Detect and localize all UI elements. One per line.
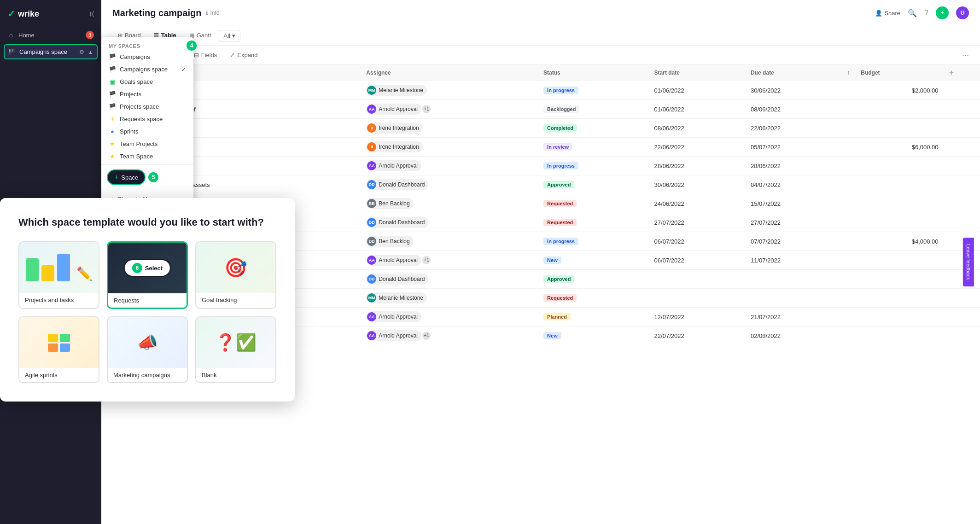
- assignee-cell[interactable]: BB Ben Backlog: [361, 194, 538, 213]
- start-date-cell: 06/07/2022: [649, 251, 745, 270]
- avatar: DD: [367, 274, 376, 284]
- help-icon[interactable]: ?: [924, 9, 928, 17]
- budget-cell: [855, 251, 944, 270]
- assignee-cell[interactable]: II Irene Integration: [361, 119, 538, 138]
- sort-cell: [841, 232, 855, 251]
- status-cell[interactable]: In progress: [538, 157, 649, 175]
- status-cell[interactable]: Approved: [538, 270, 649, 289]
- due-date-cell: 27/07/2022: [745, 213, 841, 232]
- add-space-button[interactable]: + Space: [107, 169, 146, 185]
- budget-cell: $6,000.00: [855, 138, 944, 157]
- assignee-chip: II Irene Integration: [366, 122, 422, 134]
- spaces-dropdown: My spaces 🏴 Campaigns 🏴 Campaigns space …: [101, 37, 193, 210]
- dropdown-item-goals-space[interactable]: ▣ Goals space: [101, 76, 193, 88]
- assignee-cell[interactable]: DD Donald Dashboard: [361, 270, 538, 289]
- status-cell[interactable]: Backlogged: [538, 100, 649, 119]
- sidebar-collapse-btn[interactable]: ⟨⟨: [89, 10, 94, 17]
- template-image-goal-tracking: 🎯: [196, 242, 275, 293]
- avatar: DD: [367, 180, 376, 189]
- status-cell[interactable]: New: [538, 326, 649, 345]
- assignee-cell[interactable]: MM Melanie Milestone: [361, 81, 538, 100]
- status-cell[interactable]: Requested: [538, 213, 649, 232]
- page-title: Marketing campaign: [112, 8, 201, 18]
- status-cell[interactable]: Completed: [538, 119, 649, 138]
- assignee-cell[interactable]: DD Donald Dashboard: [361, 213, 538, 232]
- campaigns-space-icon: 🏴: [8, 48, 16, 55]
- fields-button[interactable]: ⊟ Fields: [189, 49, 222, 61]
- feedback-label: Leave feedback: [966, 244, 971, 280]
- assignee-cell[interactable]: DD Donald Dashboard: [361, 175, 538, 194]
- space-badge: 5: [148, 172, 158, 182]
- col-add[interactable]: +: [944, 65, 980, 81]
- toolbar: ⧫ Filters ↕ Due date ⊟ Fields ⤢ Expand ·…: [101, 46, 980, 65]
- dropdown-item-projects-space[interactable]: 🏴 Projects space: [101, 100, 193, 113]
- dropdown-item-team-space[interactable]: ★ Team Space: [101, 150, 193, 163]
- feedback-tab[interactable]: Leave feedback: [963, 238, 974, 286]
- search-icon[interactable]: 🔍: [908, 9, 917, 17]
- divider: [101, 164, 193, 165]
- dropdown-item-campaigns[interactable]: 🏴 Campaigns: [101, 51, 193, 63]
- sidebar-item-campaigns-space-active[interactable]: 🏴 Campaigns space ⚙ ▲: [4, 44, 98, 59]
- status-cell[interactable]: Requested: [538, 194, 649, 213]
- all-views-button[interactable]: All ▾: [219, 30, 240, 41]
- assignee-cell[interactable]: AA Arnold Approval +1: [361, 326, 538, 345]
- template-card-blank[interactable]: ❓✅Blank: [195, 316, 276, 383]
- template-card-requests[interactable]: 6SelectRequests: [107, 241, 188, 309]
- dropdown-item-projects[interactable]: 🏴 Projects: [101, 88, 193, 100]
- col-start-date[interactable]: Start date: [649, 65, 745, 81]
- add-cell: [944, 270, 980, 289]
- assignee-plus: +1: [422, 256, 431, 264]
- assignee-name: Melanie Milestone: [379, 295, 423, 301]
- col-sort[interactable]: ↑: [841, 65, 855, 81]
- assignee-cell[interactable]: II Irene Integration: [361, 138, 538, 157]
- col-budget[interactable]: Budget: [855, 65, 944, 81]
- select-overlay[interactable]: 6Select: [124, 259, 171, 277]
- assignee-cell[interactable]: BB Ben Backlog: [361, 232, 538, 251]
- status-cell[interactable]: Requested: [538, 289, 649, 308]
- assignee-cell[interactable]: MM Melanie Milestone: [361, 289, 538, 308]
- start-date-cell: 28/06/2022: [649, 157, 745, 175]
- avatar: AA: [367, 331, 376, 340]
- status-cell[interactable]: In progress: [538, 232, 649, 251]
- status-cell[interactable]: In review: [538, 138, 649, 157]
- more-options-button[interactable]: ···: [962, 50, 969, 60]
- template-image-agile-sprints: [19, 317, 99, 368]
- status-cell[interactable]: Planned: [538, 308, 649, 326]
- campaigns-space-label: Campaigns space: [120, 66, 168, 73]
- sort-cell: [841, 100, 855, 119]
- col-status[interactable]: Status: [538, 65, 649, 81]
- status-cell[interactable]: Approved: [538, 175, 649, 194]
- goals-space-label: Goals space: [120, 78, 153, 85]
- chevron-up-icon[interactable]: ▲: [88, 49, 93, 55]
- template-label-projects-tasks: Projects and tasks: [19, 293, 99, 307]
- assignee-cell[interactable]: AA Arnold Approval: [361, 308, 538, 326]
- share-button[interactable]: 👤 Share: [875, 10, 900, 17]
- info-button[interactable]: ℹ Info: [206, 10, 219, 16]
- template-card-marketing-campaigns[interactable]: 📣Marketing campaigns: [107, 316, 188, 383]
- expand-button[interactable]: ⤢ Expand: [225, 49, 262, 61]
- due-date-cell: 05/07/2022: [745, 138, 841, 157]
- sidebar-item-home[interactable]: ⌂ Home 3: [0, 28, 101, 42]
- start-date-cell: 01/06/2022: [649, 100, 745, 119]
- template-card-goal-tracking[interactable]: 🎯Goal tracking: [195, 241, 276, 309]
- gear-icon[interactable]: ⚙: [79, 49, 84, 55]
- assignee-cell[interactable]: AA Arnold Approval +1: [361, 251, 538, 270]
- col-due-date[interactable]: Due date: [745, 65, 841, 81]
- assignee-cell[interactable]: AA Arnold Approval +1: [361, 100, 538, 119]
- assignee-cell[interactable]: AA Arnold Approval: [361, 157, 538, 175]
- avatar: MM: [367, 86, 376, 95]
- dropdown-item-campaigns-space[interactable]: 🏴 Campaigns space ✓: [101, 63, 193, 76]
- dropdown-item-sprints[interactable]: ● Sprints: [101, 125, 193, 138]
- dropdown-item-team-projects[interactable]: ★ Team Projects: [101, 138, 193, 150]
- status-badge: Completed: [543, 124, 577, 132]
- status-cell[interactable]: In progress: [538, 81, 649, 100]
- add-cell: [944, 175, 980, 194]
- due-date-cell: 22/06/2022: [745, 119, 841, 138]
- dropdown-item-requests-space[interactable]: ✳ Requests space: [101, 113, 193, 125]
- template-image-projects-tasks: ✏️: [19, 242, 99, 293]
- avatar: AA: [367, 256, 376, 265]
- template-card-projects-tasks[interactable]: ✏️ Projects and tasks: [18, 241, 99, 309]
- template-card-agile-sprints[interactable]: Agile sprints: [18, 316, 99, 383]
- col-assignee[interactable]: Assignee: [361, 65, 538, 81]
- status-cell[interactable]: New: [538, 251, 649, 270]
